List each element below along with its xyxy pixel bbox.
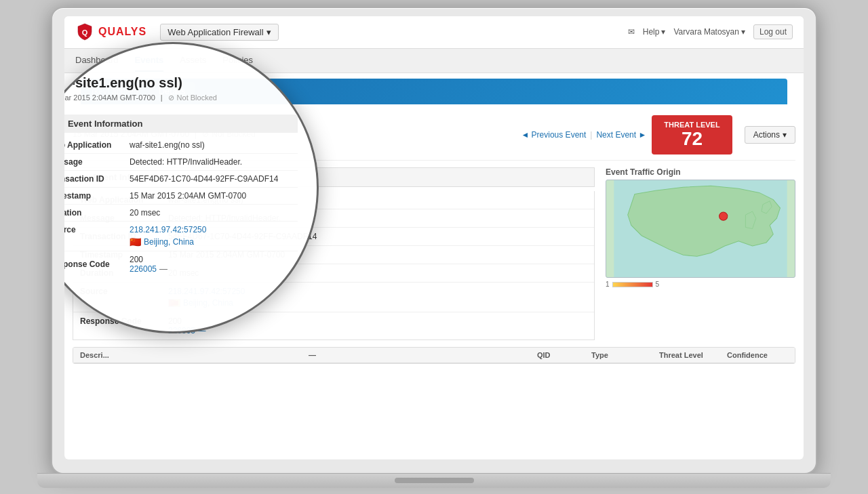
map-legend: 1 5 bbox=[606, 281, 795, 288]
nav-dashboard[interactable]: Dashboard bbox=[75, 49, 119, 72]
bottom-table: Descri... — QID Type Threat Level Confid… bbox=[73, 347, 795, 364]
event-info-section-header[interactable]: ▲ Event Information bbox=[73, 167, 595, 187]
traffic-origin-map bbox=[606, 180, 795, 278]
info-value-timestamp: 15 Mar 2015 2:04AM GMT-0700 bbox=[168, 250, 285, 260]
content-area: waf-site1.eng(no ssl) 15 Mar 2015 2:04AM… bbox=[64, 104, 804, 373]
header-right: ✉ Help ▾ Varvara Matosyan ▾ Log out bbox=[628, 24, 793, 39]
event-title-section: waf-site1.eng(no ssl) 15 Mar 2015 2:04AM… bbox=[73, 112, 256, 139]
not-blocked-badge: ⊘ Not Blocked bbox=[202, 129, 256, 139]
info-value-duration: 20 msec bbox=[168, 268, 199, 278]
left-column: ▲ Event Information Web Application waf-… bbox=[73, 167, 595, 340]
help-button[interactable]: Help ▾ bbox=[643, 27, 666, 37]
svg-text:Q: Q bbox=[82, 28, 88, 37]
event-nav: ◄ Previous Event | Next Event ► bbox=[521, 130, 646, 140]
event-separator: | bbox=[195, 129, 197, 139]
nav-events[interactable]: Events bbox=[135, 49, 164, 72]
info-value-source-city[interactable]: Beijing, China bbox=[183, 298, 233, 308]
col-type: Type bbox=[591, 351, 659, 359]
product-label: Web Application Firewall bbox=[167, 27, 263, 37]
info-row-transid: Transaction ID 54EF4D67-1C70-4D44-92FF-C… bbox=[73, 228, 594, 246]
actions-button[interactable]: Actions ▾ bbox=[745, 126, 795, 144]
bottom-table-header: Descri... — QID Type Threat Level Confid… bbox=[73, 348, 795, 363]
info-row-message: Message Detected: HTTP/InvalidHeader. bbox=[73, 209, 594, 228]
col-threat-level: Threat Level bbox=[659, 351, 727, 359]
threat-level-box: Threat Level 72 bbox=[652, 115, 732, 155]
traffic-origin-label: Event Traffic Origin bbox=[606, 167, 795, 177]
event-info-title: Event Information bbox=[93, 172, 168, 182]
banner-context: (key) applied bbox=[92, 87, 138, 96]
event-header: waf-site1.eng(no ssl) 15 Mar 2015 2:04AM… bbox=[73, 104, 795, 161]
event-title: waf-site1.eng(no ssl) bbox=[73, 112, 256, 127]
china-flag-icon: 🇨🇳 bbox=[168, 299, 180, 307]
threat-level-label: Threat Level bbox=[664, 121, 719, 129]
threat-level-value: 72 bbox=[664, 129, 719, 150]
not-blocked-label: Not Blocked bbox=[212, 129, 256, 139]
info-label-response: Response Code bbox=[80, 316, 168, 335]
qualys-shield-icon: Q bbox=[75, 22, 94, 41]
info-row-webapp: Web Application waf-site1.eng(no ssl) bbox=[73, 191, 594, 209]
mail-icon[interactable]: ✉ bbox=[628, 27, 635, 37]
info-value-transid: 54EF4D67-1C70-4D44-92FF-C9AADF14 bbox=[168, 232, 317, 241]
qualys-logo-text: QUALYS bbox=[98, 26, 146, 38]
no-blocked-icon: ⊘ bbox=[202, 129, 209, 139]
nav-bar: Dashboard Events Assets Policies bbox=[64, 49, 804, 73]
col-description: Descri... bbox=[80, 351, 309, 359]
info-value-rule-id[interactable]: 226005 — bbox=[168, 326, 205, 335]
info-label-message: Message bbox=[80, 213, 168, 223]
help-arrow-icon: ▾ bbox=[661, 27, 665, 37]
legend-max-value: 5 bbox=[656, 281, 660, 288]
info-value-webapp: waf-site1.eng(no ssl) bbox=[168, 195, 243, 205]
two-col-layout: ▲ Event Information Web Application waf-… bbox=[73, 167, 795, 340]
info-value-message: Detected: HTTP/InvalidHeader. bbox=[168, 213, 281, 223]
user-arrow-icon: ▾ bbox=[741, 27, 745, 37]
product-selector[interactable]: Web Application Firewall ▾ bbox=[160, 24, 278, 41]
laptop-base bbox=[37, 473, 831, 488]
nav-assets[interactable]: Assets bbox=[180, 49, 206, 72]
section-toggle-icon: ▲ bbox=[80, 172, 89, 182]
info-label-timestamp: Timestamp bbox=[80, 250, 168, 260]
info-row-timestamp: Timestamp 15 Mar 2015 2:04AM GMT-0700 bbox=[73, 246, 594, 264]
event-date: 15 Mar 2015 2:04AM GMT-0700 bbox=[73, 129, 189, 139]
legend-gradient bbox=[612, 282, 653, 287]
info-row-source: Source 218.241.97.42:57250 🇨🇳 Beijing, C… bbox=[73, 283, 594, 312]
event-meta: 15 Mar 2015 2:04AM GMT-0700 | ⊘ Not Bloc… bbox=[73, 129, 256, 139]
info-value-source-ip[interactable]: 218.241.97.42:57250 bbox=[168, 287, 245, 296]
col-dash: — bbox=[309, 351, 537, 359]
col-qid: QID bbox=[537, 351, 591, 359]
previous-event-button[interactable]: ◄ Previous Event bbox=[521, 130, 586, 140]
top-header: Q QUALYS Web Application Firewall ▾ ✉ He… bbox=[64, 16, 804, 49]
info-label-webapp: Web Application bbox=[80, 195, 168, 205]
info-label-transid: Transaction ID bbox=[80, 232, 168, 241]
info-row-response: Response Code 200 226005 — bbox=[73, 312, 594, 339]
legend-min-value: 1 bbox=[606, 281, 610, 288]
user-menu-button[interactable]: Varvara Matosyan ▾ bbox=[673, 27, 745, 37]
actions-arrow-icon: ▾ bbox=[783, 130, 787, 140]
logo-area: Q QUALYS bbox=[75, 22, 146, 41]
nav-policies[interactable]: Policies bbox=[222, 49, 253, 72]
event-info-table: Web Application waf-site1.eng(no ssl) Me… bbox=[73, 191, 595, 340]
next-event-button[interactable]: Next Event ► bbox=[596, 130, 646, 140]
info-label-source: Source bbox=[80, 287, 168, 308]
info-label-duration: Duration bbox=[80, 268, 168, 278]
info-value-response: 200 bbox=[168, 316, 205, 326]
blue-banner: (key) applied Details bbox=[81, 79, 787, 104]
map-svg bbox=[606, 180, 795, 277]
logout-button[interactable]: Log out bbox=[753, 24, 793, 39]
svg-point-2 bbox=[719, 212, 728, 220]
product-dropdown-icon: ▾ bbox=[267, 27, 271, 37]
nav-pipe: | bbox=[590, 130, 592, 140]
banner-tab-details[interactable]: Details bbox=[149, 82, 195, 100]
col-confidence: Confidence bbox=[727, 351, 788, 359]
info-row-duration: Duration 20 msec bbox=[73, 264, 594, 283]
right-column: Event Traffic Origin bbox=[606, 167, 795, 340]
